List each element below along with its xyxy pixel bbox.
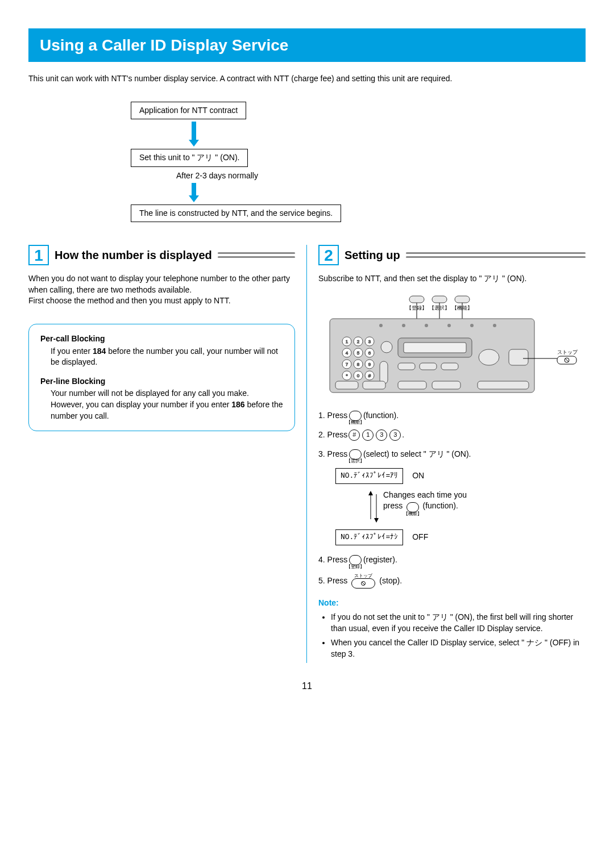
svg-text:*: *: [346, 373, 347, 378]
svg-rect-4: [409, 296, 424, 303]
digit-key-icon: 3: [389, 429, 401, 441]
note-item: When you cancel the Caller ID Display se…: [331, 637, 586, 660]
page-number: 11: [28, 680, 586, 692]
flow-box-2: Set this unit to " アリ " (ON).: [131, 149, 248, 167]
section-number-badge: 2: [318, 245, 339, 265]
digit-key-icon: 1: [362, 429, 374, 441]
svg-marker-1: [189, 140, 199, 147]
svg-rect-46: [420, 363, 437, 370]
note-list: If you do not set the unit to " アリ " (ON…: [318, 612, 586, 660]
per-line-blocking-body: Your number will not be displayed for an…: [51, 388, 283, 422]
section-title: How the number is displayed: [55, 247, 212, 263]
svg-rect-51: [363, 381, 385, 389]
svg-text:1: 1: [346, 339, 349, 344]
per-call-blocking-title: Per-call Blocking: [40, 333, 283, 345]
section2-intro: Subscribe to NTT, and then set the displ…: [318, 273, 586, 285]
section1-paragraph2: First choose the method and then you mus…: [28, 295, 295, 307]
content-columns: 1 How the number is displayed When you d…: [28, 245, 586, 663]
setup-flowchart: Application for NTT contract Set this un…: [131, 102, 586, 222]
svg-text:8: 8: [357, 362, 360, 367]
section-header: 2 Setting up: [318, 245, 586, 265]
per-line-blocking-title: Per-line Blocking: [40, 376, 283, 387]
svg-rect-47: [441, 363, 458, 370]
section-number-badge: 1: [28, 245, 49, 265]
svg-rect-44: [404, 343, 466, 353]
svg-point-13: [425, 324, 428, 327]
section-title: Setting up: [345, 247, 400, 263]
svg-rect-52: [398, 381, 426, 389]
flow-box-1: Application for NTT contract: [131, 102, 246, 120]
svg-marker-60: [368, 491, 373, 495]
function-button-icon: [349, 411, 362, 421]
svg-marker-3: [189, 195, 199, 202]
lcd-display: NO.ﾃﾞｨｽﾌﾟﾚｲ=ﾅｼ: [335, 529, 403, 545]
register-button-icon: [349, 555, 362, 565]
toggle-note: Changes each time you press (function).: [364, 490, 586, 524]
intro-text: This unit can work with NTT's number dis…: [28, 73, 586, 85]
digit-key-icon: 3: [376, 429, 387, 441]
setup-steps-cont: 4. Press (register). 5. Press ストップ (stop…: [318, 554, 586, 589]
stop-button-label: ストップ: [354, 574, 372, 578]
flow-note: After 2-3 days normally: [176, 170, 258, 182]
svg-rect-42: [380, 361, 388, 384]
note-item: If you do not set the unit to " アリ " (ON…: [331, 612, 586, 634]
svg-rect-45: [398, 363, 415, 370]
label-stop: ストップ: [557, 349, 578, 355]
step-4: 4. Press (register).: [318, 554, 586, 566]
blocking-info-box: Per-call Blocking If you enter 184 befor…: [28, 324, 295, 431]
svg-point-15: [470, 324, 474, 327]
double-arrow-icon: [364, 490, 383, 524]
step-1: 1. Press (function).: [318, 410, 586, 422]
svg-point-14: [447, 324, 451, 327]
svg-point-12: [402, 324, 405, 327]
setup-steps: 1. Press (function). 2. Press # 1 3 3 . …: [318, 410, 586, 460]
svg-point-41: [381, 341, 392, 353]
svg-rect-5: [432, 296, 447, 303]
per-call-blocking-body: If you enter 184 before the number you c…: [51, 346, 283, 368]
svg-marker-62: [374, 518, 379, 523]
svg-text:3: 3: [368, 339, 371, 344]
rule-icon: [406, 251, 586, 259]
note-heading: Note:: [318, 598, 586, 609]
function-button-icon: [406, 502, 419, 512]
svg-point-11: [379, 324, 383, 327]
device-illustration: 【登録】 【選択】 【機能】 1 2 3 4: [318, 290, 586, 402]
arrow-down-icon: [188, 122, 200, 147]
svg-text:#: #: [368, 373, 371, 378]
arrow-down-icon: [188, 183, 200, 202]
svg-text:9: 9: [368, 362, 371, 367]
svg-rect-49: [509, 349, 528, 365]
svg-text:0: 0: [357, 373, 360, 378]
svg-rect-50: [335, 381, 358, 389]
step-5: 5. Press ストップ (stop).: [318, 574, 586, 589]
svg-text:5: 5: [357, 350, 360, 356]
svg-text:6: 6: [368, 350, 371, 356]
step-3: 3. Press (select) to select " アリ " (ON).: [318, 449, 586, 460]
page-title-bar: Using a Caller ID Display Service: [28, 28, 586, 62]
svg-rect-54: [478, 381, 529, 389]
lcd-off-row: NO.ﾃﾞｨｽﾌﾟﾚｲ=ﾅｼ OFF: [335, 529, 586, 545]
svg-rect-53: [432, 381, 460, 389]
svg-rect-6: [455, 296, 470, 303]
lcd-display: NO.ﾃﾞｨｽﾌﾟﾚｲ=ｱﾘ: [335, 468, 403, 484]
section1-paragraph1: When you do not want to display your tel…: [28, 273, 295, 295]
manual-page: Using a Caller ID Display Service This u…: [0, 0, 614, 710]
svg-point-48: [479, 349, 499, 365]
svg-line-64: [362, 582, 365, 585]
lcd-off-label: OFF: [412, 532, 428, 543]
section-header: 1 How the number is displayed: [28, 245, 295, 265]
lcd-on-label: ON: [412, 470, 424, 482]
svg-point-16: [493, 324, 496, 327]
stop-button-icon: [351, 578, 375, 589]
svg-text:2: 2: [357, 339, 360, 344]
flow-box-3: The line is constructed by NTT, and the …: [131, 205, 341, 223]
svg-text:4: 4: [346, 350, 349, 356]
svg-text:7: 7: [346, 362, 349, 367]
section-how-displayed: 1 How the number is displayed When you d…: [28, 245, 306, 663]
step-2: 2. Press # 1 3 3 .: [318, 429, 586, 441]
rule-icon: [218, 251, 295, 259]
lcd-on-row: NO.ﾃﾞｨｽﾌﾟﾚｲ=ｱﾘ ON: [335, 468, 586, 484]
hash-key-icon: #: [349, 429, 360, 441]
select-button-icon: [349, 449, 362, 460]
section-setting-up: 2 Setting up Subscribe to NTT, and then …: [306, 245, 586, 663]
